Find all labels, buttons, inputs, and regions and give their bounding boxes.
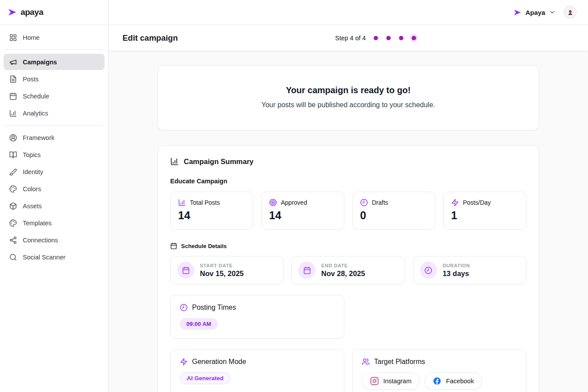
duration-box: DURATION 13 days: [413, 256, 526, 284]
workspace-switcher[interactable]: Apaya: [513, 8, 556, 17]
clock-icon: [360, 199, 368, 206]
stat-value: 14: [269, 209, 336, 222]
palette-icon: [9, 185, 17, 193]
platform-pill-instagram[interactable]: Instagram: [362, 372, 420, 390]
page-title: Edit campaign: [122, 33, 178, 43]
sidebar-item-posts[interactable]: Posts: [4, 71, 105, 87]
platform-label: Instagram: [383, 378, 411, 385]
chevron-down-icon: [549, 9, 556, 16]
box-icon: [9, 202, 17, 210]
platform-label: Facebook: [446, 378, 474, 385]
clock-icon: [424, 266, 432, 274]
sidebar-item-assets[interactable]: Assets: [4, 198, 105, 214]
date-label: END DATE: [321, 263, 365, 268]
posting-times-title: Posting Times: [192, 304, 236, 312]
stat-approved: Approved 14: [261, 192, 344, 230]
sidebar-item-label: Assets: [23, 203, 42, 210]
sidebar-item-campaigns[interactable]: Campaigns: [4, 54, 105, 70]
main-area: Apaya Edit campaign Step 4 of 4 Your ca: [108, 0, 588, 392]
step-dot-1: [374, 36, 378, 40]
sidebar-item-framework[interactable]: Framework: [4, 130, 105, 146]
stat-value: 0: [360, 209, 427, 222]
sidebar-item-label: Templates: [23, 220, 52, 227]
sidebar-item-social-scanner[interactable]: Social Scanner: [4, 249, 105, 265]
platform-pill-facebook[interactable]: Facebook: [424, 372, 482, 390]
chart-icon: [9, 109, 17, 117]
stat-value: 1: [451, 209, 518, 222]
step-dot-2: [386, 36, 391, 40]
sidebar-item-identity[interactable]: Identity: [4, 164, 105, 180]
share-icon: [9, 236, 17, 244]
sidebar-divider: [5, 49, 103, 50]
sidebar-item-label: Schedule: [23, 93, 49, 100]
brand-name: apaya: [21, 7, 43, 17]
bottom-grid: Posting Times 09:00 AM: [170, 295, 526, 339]
calendar-icon: [303, 266, 311, 274]
target-platforms-title: Target Platforms: [374, 358, 425, 366]
sidebar-item-analytics[interactable]: Analytics: [4, 105, 105, 121]
date-value: Nov 28, 2025: [321, 270, 365, 278]
date-value: Nov 15, 2025: [200, 270, 244, 278]
sidebar-divider: [5, 125, 103, 126]
brand-logo[interactable]: apaya: [0, 0, 108, 25]
stat-label: Total Posts: [190, 199, 220, 206]
clock-icon: [180, 304, 188, 312]
dates-grid: START DATE Nov 15, 2025 END DATE Nov 28,…: [170, 256, 526, 284]
chart-icon: [170, 157, 179, 166]
user-circle-icon: [9, 134, 17, 142]
ready-card: Your campaign is ready to go! Your posts…: [158, 65, 539, 130]
icon-chip: [298, 262, 315, 279]
sidebar-item-connections[interactable]: Connections: [4, 232, 105, 248]
topbar: Apaya: [108, 0, 588, 25]
sidebar-item-topics[interactable]: Topics: [4, 147, 105, 163]
book-icon: [9, 151, 17, 159]
sidebar-nav: Home Campaigns Posts Schedule Analytics: [0, 25, 108, 270]
stat-drafts: Drafts 0: [352, 192, 435, 230]
sidebar-item-schedule[interactable]: Schedule: [4, 88, 105, 104]
megaphone-icon: [9, 58, 17, 66]
app-window: apaya Home Campaigns Posts Schedule: [0, 0, 588, 392]
target-platforms-box: Target Platforms Instagram Facebook: [352, 349, 526, 392]
mode-platform-grid: Generation Mode AI Generated Target Plat…: [170, 349, 526, 392]
sidebar-item-label: Analytics: [23, 110, 48, 117]
content-scroll-area[interactable]: Your campaign is ready to go! Your posts…: [108, 51, 588, 392]
stat-label: Drafts: [372, 199, 388, 206]
page-header: Edit campaign Step 4 of 4: [108, 25, 588, 51]
sidebar-item-label: Campaigns: [23, 59, 57, 66]
date-label: START DATE: [200, 263, 244, 268]
campaign-name: Educate Campaign: [170, 178, 526, 185]
end-date-box: END DATE Nov 28, 2025: [291, 256, 405, 284]
sidebar-item-label: Colors: [23, 186, 41, 192]
stat-total-posts: Total Posts 14: [170, 192, 253, 230]
arrow-play-icon: [513, 8, 522, 17]
workspace-name: Apaya: [525, 9, 545, 16]
stat-posts-per-day: Posts/Day 1: [443, 192, 526, 230]
chart-icon: [178, 199, 186, 206]
ready-subtitle: Your posts will be published according t…: [168, 101, 528, 109]
step-text: Step 4 of 4: [335, 35, 366, 42]
step-dot-4-current: [412, 36, 416, 40]
sidebar-item-templates[interactable]: Templates: [4, 215, 105, 231]
sidebar: apaya Home Campaigns Posts Schedule: [0, 0, 108, 392]
platform-pills: Instagram Facebook: [362, 372, 517, 392]
sidebar-item-colors[interactable]: Colors: [4, 181, 105, 197]
date-label: DURATION: [443, 263, 470, 268]
zap-icon: [180, 358, 188, 366]
summary-header: Campaign Summary: [170, 157, 526, 166]
user-photo-icon: [567, 9, 574, 16]
stat-label: Approved: [281, 199, 307, 206]
instagram-icon: [370, 377, 379, 385]
calendar-icon: [170, 242, 177, 249]
sidebar-item-label: Framework: [23, 134, 55, 141]
date-value: 13 days: [443, 270, 470, 278]
target-icon: [269, 199, 277, 206]
calendar-icon: [9, 92, 17, 100]
start-date-box: START DATE Nov 15, 2025: [170, 256, 284, 284]
sidebar-item-label: Identity: [23, 168, 43, 175]
sidebar-item-home[interactable]: Home: [4, 29, 105, 46]
users-icon: [362, 358, 370, 366]
avatar[interactable]: [564, 6, 577, 19]
facebook-icon: [433, 377, 441, 385]
search-icon: [9, 253, 17, 261]
calendar-icon: [182, 266, 190, 274]
